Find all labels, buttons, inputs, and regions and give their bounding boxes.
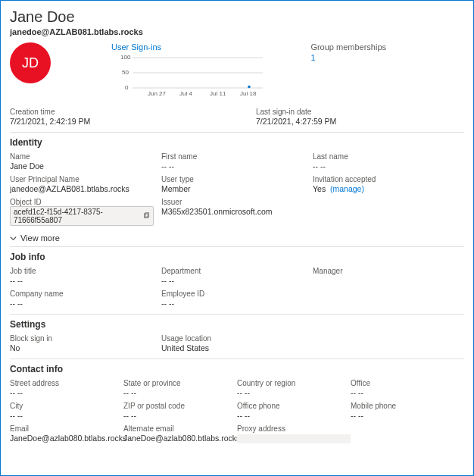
lastname-label: Last name — [313, 152, 457, 161]
upn-value: janedoe@AZLAB081.btlabs.rocks — [10, 184, 154, 193]
page-subtitle-email: janedoe@AZLAB081.btlabs.rocks — [10, 27, 464, 36]
mobile-value: -- -- — [351, 411, 457, 420]
svg-text:Jun 27: Jun 27 — [148, 90, 167, 97]
issuer-value[interactable]: M365x823501.onmicrosoft.com — [161, 207, 305, 216]
signins-chart-title[interactable]: User Sign-ins — [111, 42, 310, 52]
invitation-value: Yes — [313, 184, 326, 193]
firstname-value: -- -- — [161, 161, 305, 171]
creation-time-value: 7/21/2021, 2:42:19 PM — [10, 117, 218, 126]
name-value: Jane Doe — [10, 161, 154, 171]
email-value: JaneDoe@azlab080.btlabs.rocks — [10, 434, 116, 443]
city-value: -- -- — [10, 411, 116, 420]
creation-time-label: Creation time — [10, 108, 218, 116]
svg-text:Jul 4: Jul 4 — [179, 90, 192, 97]
altemail-label: Alternate email — [123, 424, 229, 433]
zip-label: ZIP or postal code — [123, 402, 229, 410]
signins-chart: 100 50 0 Jun 27 Jul 4 Jul 11 Jul 18 — [111, 53, 278, 99]
jobtitle-label: Job title — [10, 267, 154, 275]
group-memberships-label: Group memberships — [310, 42, 464, 52]
email-label: Email — [10, 424, 116, 433]
firstname-label: First name — [161, 152, 305, 161]
altemail-value: JaneDoe@azlab080.btlabs.rocks — [123, 434, 229, 443]
proxy-address-field[interactable] — [237, 434, 351, 443]
invitation-label: Invitation accepted — [313, 175, 457, 183]
usertype-value: Member — [161, 184, 305, 193]
issuer-label: Issuer — [161, 198, 305, 206]
mobile-label: Mobile phone — [351, 402, 457, 410]
svg-text:100: 100 — [120, 54, 131, 61]
usertype-label: User type — [161, 175, 305, 183]
page-title: Jane Doe — [10, 8, 464, 26]
svg-text:50: 50 — [122, 69, 129, 76]
last-signin-value: 7/21/2021, 4:27:59 PM — [256, 117, 464, 126]
objectid-label: Object ID — [10, 198, 154, 206]
contact-section-title: Contact info — [10, 364, 464, 374]
company-label: Company name — [10, 290, 154, 298]
objectid-value: acefd1c2-f15d-4217-8375-71666f55a807 — [14, 208, 140, 224]
city-label: City — [10, 402, 116, 410]
copy-icon[interactable] — [143, 212, 150, 220]
country-value: -- -- — [237, 388, 343, 397]
view-more-toggle[interactable]: View more — [10, 233, 60, 243]
settings-section-title: Settings — [10, 319, 464, 330]
department-label: Department — [161, 267, 305, 275]
manager-label: Manager — [313, 267, 457, 275]
office-value: -- -- — [351, 388, 457, 397]
office-label: Office — [351, 379, 457, 387]
identity-section-title: Identity — [10, 137, 464, 148]
upn-label: User Principal Name — [10, 175, 154, 183]
svg-point-6 — [248, 86, 251, 89]
street-value: -- -- — [10, 388, 116, 397]
svg-text:Jul 18: Jul 18 — [240, 90, 257, 97]
block-signin-label: Block sign in — [10, 334, 154, 343]
jobinfo-section-title: Job info — [10, 252, 464, 262]
block-signin-value: No — [10, 343, 154, 352]
avatar: JD — [10, 42, 51, 83]
jobtitle-value: -- -- — [10, 276, 154, 285]
zip-value: -- -- — [123, 411, 229, 420]
state-label: State or province — [123, 379, 229, 387]
proxy-label: Proxy address — [237, 424, 343, 433]
officephone-label: Office phone — [237, 402, 343, 410]
usage-location-value: United States — [161, 343, 305, 352]
street-label: Street address — [10, 379, 116, 387]
lastname-value: -- -- — [313, 161, 457, 171]
state-value: -- -- — [123, 388, 229, 397]
country-label: Country or region — [237, 379, 343, 387]
company-value: -- -- — [10, 299, 154, 308]
name-label: Name — [10, 152, 154, 161]
officephone-value: -- -- — [237, 411, 343, 420]
invitation-manage-link[interactable]: (manage) — [330, 184, 364, 193]
employeeid-label: Employee ID — [161, 290, 305, 298]
usage-location-label: Usage location — [161, 334, 305, 343]
employeeid-value: -- -- — [161, 299, 305, 308]
department-value: -- -- — [161, 276, 305, 285]
objectid-box[interactable]: acefd1c2-f15d-4217-8375-71666f55a807 — [10, 206, 154, 226]
last-signin-label: Last sign-in date — [256, 108, 464, 116]
svg-text:Jul 11: Jul 11 — [210, 90, 226, 97]
svg-text:0: 0 — [125, 84, 129, 91]
group-memberships-value[interactable]: 1 — [310, 53, 464, 62]
chevron-down-icon — [10, 235, 17, 242]
